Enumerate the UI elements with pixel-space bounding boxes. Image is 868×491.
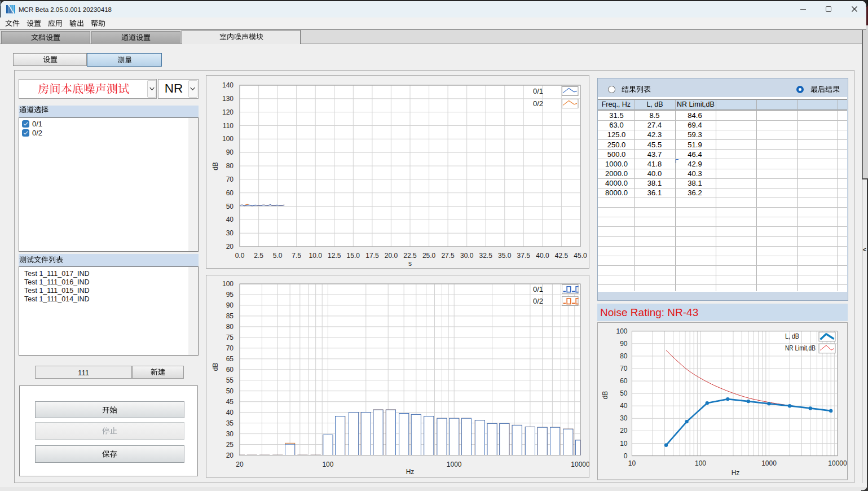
svg-text:65: 65: [226, 355, 234, 363]
svg-text:110: 110: [223, 122, 233, 130]
svg-text:0.0: 0.0: [235, 252, 245, 260]
svg-text:32.5: 32.5: [479, 252, 493, 260]
svg-text:10: 10: [628, 459, 636, 467]
svg-text:120: 120: [222, 108, 233, 116]
svg-text:30: 30: [226, 430, 234, 438]
svg-text:12.5: 12.5: [328, 252, 341, 260]
svg-text:80: 80: [620, 352, 628, 360]
svg-text:30: 30: [226, 229, 234, 237]
svg-text:50: 50: [620, 389, 628, 397]
svg-text:0: 0: [624, 452, 628, 460]
svg-text:40: 40: [226, 409, 234, 417]
svg-text:80: 80: [226, 323, 234, 331]
svg-text:40: 40: [620, 402, 628, 410]
svg-text:37.5: 37.5: [517, 252, 531, 260]
svg-text:60: 60: [226, 189, 234, 197]
svg-text:Hz: Hz: [406, 468, 415, 476]
svg-text:1000: 1000: [447, 461, 462, 468]
svg-text:90: 90: [226, 148, 234, 156]
svg-text:0/2: 0/2: [533, 297, 543, 305]
svg-text:20.0: 20.0: [385, 252, 398, 260]
svg-text:100: 100: [322, 461, 333, 468]
svg-text:10000: 10000: [571, 461, 589, 468]
svg-text:20: 20: [236, 461, 244, 468]
svg-text:s: s: [408, 260, 412, 268]
svg-text:70: 70: [226, 176, 234, 183]
svg-text:55: 55: [226, 376, 234, 384]
svg-text:100: 100: [222, 135, 233, 143]
svg-text:20: 20: [226, 243, 234, 251]
svg-text:130: 130: [222, 95, 233, 103]
svg-text:60: 60: [620, 377, 628, 385]
svg-text:dB: dB: [212, 162, 219, 170]
svg-text:90: 90: [620, 340, 628, 348]
svg-text:50: 50: [226, 203, 234, 211]
svg-text:22.5: 22.5: [403, 252, 417, 260]
svg-text:20: 20: [226, 451, 234, 459]
svg-text:27.5: 27.5: [441, 252, 455, 260]
svg-text:100: 100: [222, 280, 233, 288]
svg-text:42.5: 42.5: [555, 252, 569, 260]
svg-text:10000: 10000: [828, 459, 847, 467]
svg-text:dB: dB: [601, 391, 609, 400]
svg-text:100: 100: [695, 459, 706, 467]
svg-text:0/1: 0/1: [533, 285, 543, 293]
svg-text:17.5: 17.5: [365, 252, 379, 260]
svg-text:Hz: Hz: [732, 469, 740, 477]
svg-text:0/2: 0/2: [533, 99, 543, 108]
svg-text:50: 50: [226, 387, 234, 395]
svg-text:35: 35: [226, 419, 234, 427]
svg-text:0/1: 0/1: [533, 87, 543, 95]
svg-text:140: 140: [222, 81, 233, 89]
svg-text:10.0: 10.0: [309, 252, 323, 260]
svg-text:25.0: 25.0: [422, 252, 436, 260]
svg-text:dB: dB: [212, 363, 219, 371]
svg-text:40: 40: [226, 216, 234, 223]
svg-text:L, dB: L, dB: [785, 332, 799, 340]
svg-text:40.0: 40.0: [536, 252, 549, 260]
svg-text:25: 25: [226, 441, 234, 449]
svg-text:30.0: 30.0: [460, 252, 474, 260]
svg-text:NR Limit,dB: NR Limit,dB: [785, 344, 816, 352]
svg-text:95: 95: [226, 291, 234, 299]
svg-text:1000: 1000: [761, 459, 777, 467]
svg-text:90: 90: [226, 301, 234, 309]
svg-text:80: 80: [226, 162, 234, 170]
svg-text:75: 75: [226, 334, 234, 341]
svg-text:20: 20: [620, 427, 628, 435]
svg-text:2.5: 2.5: [254, 252, 263, 260]
svg-text:7.5: 7.5: [292, 252, 301, 260]
svg-text:35.0: 35.0: [498, 252, 512, 260]
svg-text:100: 100: [616, 327, 627, 335]
svg-text:30: 30: [620, 414, 628, 422]
svg-text:10: 10: [620, 440, 628, 448]
svg-text:70: 70: [226, 344, 234, 352]
svg-text:15.0: 15.0: [347, 252, 360, 260]
svg-text:45: 45: [226, 398, 234, 406]
svg-text:85: 85: [226, 312, 234, 320]
svg-text:5.0: 5.0: [273, 252, 283, 260]
svg-text:45.0: 45.0: [574, 252, 587, 260]
svg-text:60: 60: [226, 366, 234, 374]
svg-text:70: 70: [620, 365, 628, 372]
